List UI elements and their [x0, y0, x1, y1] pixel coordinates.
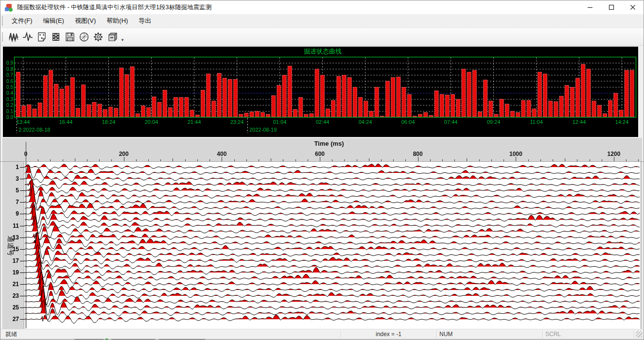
- menu-edit[interactable]: 编辑(E): [38, 14, 70, 28]
- menu-help[interactable]: 帮助(H): [101, 14, 133, 28]
- maximize-button[interactable]: [601, 0, 622, 14]
- excavation-status-chart[interactable]: [0, 47, 644, 137]
- minimize-icon: [587, 4, 593, 10]
- resize-grip[interactable]: [636, 331, 643, 338]
- seismogram-section[interactable]: [0, 138, 644, 329]
- titlebar: 随掘数据处理软件 - 中铁隧道局滇中引水项目部大理1段3标随掘地震监测: [0, 0, 644, 14]
- window-title: 随掘数据处理软件 - 中铁隧道局滇中引水项目部大理1段3标随掘地震监测: [17, 3, 211, 12]
- menubar-grip[interactable]: [2, 17, 4, 25]
- single-waveform-button[interactable]: [21, 30, 34, 44]
- menu-view[interactable]: 视图(V): [70, 14, 101, 28]
- settings-button[interactable]: [91, 30, 104, 44]
- multi-waveform-icon: [8, 32, 19, 42]
- single-waveform-icon: [22, 32, 33, 42]
- log-notebook-icon: [36, 32, 47, 42]
- multi-waveform-button[interactable]: [7, 30, 20, 44]
- filmstrip-icon: [51, 32, 61, 42]
- app-window: 随掘数据处理软件 - 中铁隧道局滇中引水项目部大理1段3标随掘地震监测 文件(F…: [0, 0, 644, 340]
- menu-file[interactable]: 文件(F): [6, 14, 38, 28]
- status-ready: 就绪: [5, 329, 17, 339]
- maximize-icon: [609, 4, 614, 10]
- compass-icon: [79, 32, 89, 42]
- status-scrl: SCRL: [545, 329, 561, 339]
- archive-cabinet-button[interactable]: [105, 30, 119, 44]
- filmstrip-button[interactable]: [49, 30, 62, 44]
- close-icon: [630, 4, 636, 10]
- toolbar: ▾: [0, 28, 644, 46]
- app-icon: [4, 3, 13, 12]
- archive-cabinet-icon: [107, 32, 118, 42]
- toolbar-overflow-button[interactable]: ▾: [119, 31, 126, 43]
- minimize-button[interactable]: [579, 0, 601, 14]
- save-floppy-icon: [65, 32, 75, 42]
- compass-button[interactable]: [77, 30, 90, 44]
- toolbar-grip[interactable]: [2, 33, 4, 41]
- statusbar: 就绪 index = -1 NUM SCRL: [0, 329, 644, 339]
- menubar: 文件(F) 编辑(E) 视图(V) 帮助(H) 导出: [0, 14, 644, 28]
- status-index: index = -1: [341, 329, 436, 339]
- log-notebook-button[interactable]: [35, 30, 48, 44]
- close-button[interactable]: [622, 0, 644, 14]
- save-button[interactable]: [63, 30, 76, 44]
- settings-gear-icon: [93, 32, 104, 42]
- status-num: NUM: [439, 329, 453, 339]
- menu-export[interactable]: 导出: [133, 14, 157, 28]
